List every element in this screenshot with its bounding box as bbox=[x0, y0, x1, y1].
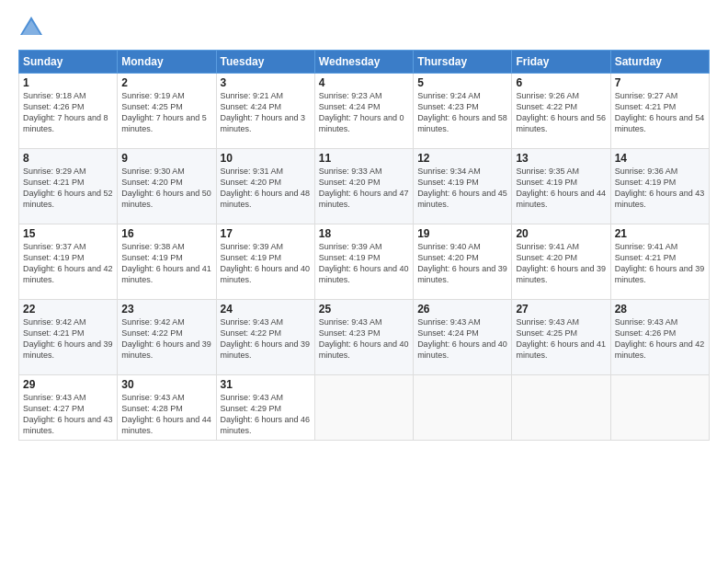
day-number: 6 bbox=[516, 76, 606, 89]
day-detail: Sunrise: 9:41 AMSunset: 4:21 PMDaylight:… bbox=[615, 242, 705, 284]
calendar-cell bbox=[314, 375, 413, 441]
calendar-cell: 24 Sunrise: 9:43 AMSunset: 4:22 PMDaylig… bbox=[216, 300, 314, 375]
calendar-cell: 16 Sunrise: 9:38 AMSunset: 4:19 PMDaylig… bbox=[118, 224, 216, 300]
logo bbox=[18, 15, 48, 40]
calendar: SundayMondayTuesdayWednesdayThursdayFrid… bbox=[18, 50, 710, 441]
day-number: 30 bbox=[121, 378, 211, 391]
day-number: 22 bbox=[23, 303, 113, 316]
day-detail: Sunrise: 9:43 AMSunset: 4:25 PMDaylight:… bbox=[516, 317, 606, 360]
day-number: 7 bbox=[615, 76, 705, 89]
header bbox=[18, 15, 710, 40]
day-number: 3 bbox=[221, 76, 311, 89]
calendar-cell: 17 Sunrise: 9:39 AMSunset: 4:19 PMDaylig… bbox=[216, 224, 314, 300]
weekday-header-tuesday: Tuesday bbox=[216, 51, 314, 74]
calendar-cell: 9 Sunrise: 9:30 AMSunset: 4:20 PMDayligh… bbox=[118, 149, 216, 224]
day-detail: Sunrise: 9:43 AMSunset: 4:26 PMDaylight:… bbox=[615, 317, 705, 360]
day-number: 23 bbox=[121, 303, 211, 316]
calendar-cell: 14 Sunrise: 9:36 AMSunset: 4:19 PMDaylig… bbox=[610, 149, 709, 224]
calendar-cell bbox=[610, 375, 709, 441]
day-detail: Sunrise: 9:23 AMSunset: 4:24 PMDaylight:… bbox=[319, 91, 404, 133]
day-number: 16 bbox=[121, 227, 211, 240]
day-number: 21 bbox=[615, 227, 705, 240]
week-row-1: 1 Sunrise: 9:18 AMSunset: 4:26 PMDayligh… bbox=[19, 74, 710, 149]
day-number: 1 bbox=[23, 76, 113, 89]
day-number: 8 bbox=[23, 152, 113, 165]
day-detail: Sunrise: 9:36 AMSunset: 4:19 PMDaylight:… bbox=[615, 167, 705, 209]
day-number: 29 bbox=[23, 378, 113, 391]
calendar-cell: 13 Sunrise: 9:35 AMSunset: 4:19 PMDaylig… bbox=[512, 149, 610, 224]
weekday-header-sunday: Sunday bbox=[19, 51, 118, 74]
day-detail: Sunrise: 9:38 AMSunset: 4:19 PMDaylight:… bbox=[121, 242, 211, 284]
calendar-cell: 31 Sunrise: 9:43 AMSunset: 4:29 PMDaylig… bbox=[216, 375, 314, 441]
calendar-cell: 22 Sunrise: 9:42 AMSunset: 4:21 PMDaylig… bbox=[19, 300, 118, 375]
weekday-header-thursday: Thursday bbox=[414, 51, 512, 74]
day-number: 17 bbox=[221, 227, 311, 240]
week-row-4: 22 Sunrise: 9:42 AMSunset: 4:21 PMDaylig… bbox=[19, 300, 710, 375]
weekday-header-row: SundayMondayTuesdayWednesdayThursdayFrid… bbox=[19, 51, 710, 74]
day-detail: Sunrise: 9:43 AMSunset: 4:23 PMDaylight:… bbox=[319, 317, 409, 360]
day-number: 20 bbox=[516, 227, 606, 240]
day-number: 19 bbox=[417, 227, 507, 240]
calendar-cell: 5 Sunrise: 9:24 AMSunset: 4:23 PMDayligh… bbox=[414, 74, 512, 149]
day-number: 5 bbox=[417, 76, 507, 89]
day-detail: Sunrise: 9:18 AMSunset: 4:26 PMDaylight:… bbox=[23, 91, 108, 133]
calendar-cell: 4 Sunrise: 9:23 AMSunset: 4:24 PMDayligh… bbox=[314, 74, 413, 149]
day-detail: Sunrise: 9:40 AMSunset: 4:20 PMDaylight:… bbox=[417, 242, 507, 284]
calendar-cell: 6 Sunrise: 9:26 AMSunset: 4:22 PMDayligh… bbox=[512, 74, 610, 149]
logo-icon bbox=[18, 15, 44, 40]
day-detail: Sunrise: 9:26 AMSunset: 4:22 PMDaylight:… bbox=[516, 91, 606, 133]
calendar-cell: 27 Sunrise: 9:43 AMSunset: 4:25 PMDaylig… bbox=[512, 300, 610, 375]
day-number: 28 bbox=[615, 303, 705, 316]
calendar-cell: 28 Sunrise: 9:43 AMSunset: 4:26 PMDaylig… bbox=[610, 300, 709, 375]
calendar-cell: 30 Sunrise: 9:43 AMSunset: 4:28 PMDaylig… bbox=[118, 375, 216, 441]
day-detail: Sunrise: 9:37 AMSunset: 4:19 PMDaylight:… bbox=[23, 242, 113, 284]
day-detail: Sunrise: 9:30 AMSunset: 4:20 PMDaylight:… bbox=[121, 167, 211, 209]
day-detail: Sunrise: 9:21 AMSunset: 4:24 PMDaylight:… bbox=[221, 91, 306, 133]
calendar-cell: 19 Sunrise: 9:40 AMSunset: 4:20 PMDaylig… bbox=[414, 224, 512, 300]
calendar-cell: 21 Sunrise: 9:41 AMSunset: 4:21 PMDaylig… bbox=[610, 224, 709, 300]
calendar-cell: 23 Sunrise: 9:42 AMSunset: 4:22 PMDaylig… bbox=[118, 300, 216, 375]
day-detail: Sunrise: 9:43 AMSunset: 4:22 PMDaylight:… bbox=[221, 317, 311, 360]
calendar-cell: 11 Sunrise: 9:33 AMSunset: 4:20 PMDaylig… bbox=[314, 149, 413, 224]
day-number: 27 bbox=[516, 303, 606, 316]
calendar-cell: 25 Sunrise: 9:43 AMSunset: 4:23 PMDaylig… bbox=[314, 300, 413, 375]
day-number: 2 bbox=[121, 76, 211, 89]
day-number: 26 bbox=[417, 303, 507, 316]
day-number: 9 bbox=[121, 152, 211, 165]
calendar-cell: 29 Sunrise: 9:43 AMSunset: 4:27 PMDaylig… bbox=[19, 375, 118, 441]
weekday-header-monday: Monday bbox=[118, 51, 216, 74]
day-detail: Sunrise: 9:39 AMSunset: 4:19 PMDaylight:… bbox=[221, 242, 311, 284]
day-detail: Sunrise: 9:42 AMSunset: 4:22 PMDaylight:… bbox=[121, 317, 211, 360]
calendar-cell: 20 Sunrise: 9:41 AMSunset: 4:20 PMDaylig… bbox=[512, 224, 610, 300]
weekday-header-wednesday: Wednesday bbox=[314, 51, 413, 74]
page: SundayMondayTuesdayWednesdayThursdayFrid… bbox=[0, 0, 728, 563]
calendar-cell: 7 Sunrise: 9:27 AMSunset: 4:21 PMDayligh… bbox=[610, 74, 709, 149]
day-detail: Sunrise: 9:43 AMSunset: 4:27 PMDaylight:… bbox=[23, 393, 113, 435]
day-number: 11 bbox=[319, 152, 409, 165]
calendar-cell: 10 Sunrise: 9:31 AMSunset: 4:20 PMDaylig… bbox=[216, 149, 314, 224]
day-detail: Sunrise: 9:31 AMSunset: 4:20 PMDaylight:… bbox=[221, 167, 311, 209]
calendar-cell bbox=[512, 375, 610, 441]
day-number: 10 bbox=[221, 152, 311, 165]
calendar-cell bbox=[414, 375, 512, 441]
calendar-cell: 26 Sunrise: 9:43 AMSunset: 4:24 PMDaylig… bbox=[414, 300, 512, 375]
day-detail: Sunrise: 9:43 AMSunset: 4:28 PMDaylight:… bbox=[121, 393, 211, 435]
day-detail: Sunrise: 9:43 AMSunset: 4:24 PMDaylight:… bbox=[417, 317, 507, 360]
day-number: 12 bbox=[417, 152, 507, 165]
day-number: 31 bbox=[221, 378, 311, 391]
week-row-2: 8 Sunrise: 9:29 AMSunset: 4:21 PMDayligh… bbox=[19, 149, 710, 224]
calendar-cell: 3 Sunrise: 9:21 AMSunset: 4:24 PMDayligh… bbox=[216, 74, 314, 149]
day-number: 14 bbox=[615, 152, 705, 165]
calendar-cell: 12 Sunrise: 9:34 AMSunset: 4:19 PMDaylig… bbox=[414, 149, 512, 224]
weekday-header-friday: Friday bbox=[512, 51, 610, 74]
day-detail: Sunrise: 9:41 AMSunset: 4:20 PMDaylight:… bbox=[516, 242, 606, 284]
calendar-cell: 2 Sunrise: 9:19 AMSunset: 4:25 PMDayligh… bbox=[118, 74, 216, 149]
calendar-cell: 15 Sunrise: 9:37 AMSunset: 4:19 PMDaylig… bbox=[19, 224, 118, 300]
calendar-cell: 8 Sunrise: 9:29 AMSunset: 4:21 PMDayligh… bbox=[19, 149, 118, 224]
calendar-cell: 1 Sunrise: 9:18 AMSunset: 4:26 PMDayligh… bbox=[19, 74, 118, 149]
day-detail: Sunrise: 9:42 AMSunset: 4:21 PMDaylight:… bbox=[23, 317, 113, 360]
day-number: 4 bbox=[319, 76, 409, 89]
day-number: 18 bbox=[319, 227, 409, 240]
day-detail: Sunrise: 9:43 AMSunset: 4:29 PMDaylight:… bbox=[221, 393, 311, 435]
day-detail: Sunrise: 9:29 AMSunset: 4:21 PMDaylight:… bbox=[23, 167, 113, 209]
